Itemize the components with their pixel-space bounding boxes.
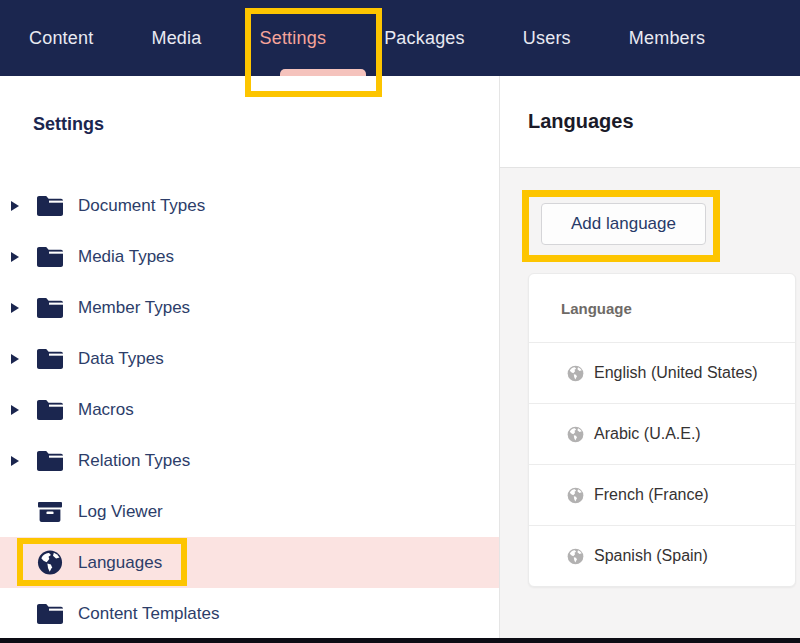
- sidebar-item-label: Data Types: [78, 349, 164, 369]
- sidebar-item-label: Media Types: [78, 247, 174, 267]
- languages-panel: Languages Add language Language English …: [500, 76, 800, 638]
- nav-tab-media[interactable]: Media: [151, 28, 201, 49]
- language-name: French (France): [594, 486, 709, 504]
- page-title: Languages: [528, 110, 634, 133]
- folder-icon: [37, 604, 63, 624]
- nav-tab-members[interactable]: Members: [629, 28, 705, 49]
- sidebar-item-media-types[interactable]: Media Types: [0, 231, 499, 282]
- sidebar-item-languages[interactable]: Languages: [0, 537, 499, 588]
- app-window: Content Media Settings Packages Users Me…: [0, 0, 800, 643]
- sidebar-item-label: Macros: [78, 400, 134, 420]
- nav-tab-packages[interactable]: Packages: [384, 28, 465, 49]
- table-row-english[interactable]: English (United States): [529, 342, 795, 403]
- languages-table: Language English (United States) Arabic …: [528, 273, 796, 587]
- folder-icon: [37, 451, 63, 471]
- language-name: English (United States): [594, 364, 758, 382]
- globe-icon: [567, 548, 584, 565]
- language-name: Arabic (U.A.E.): [594, 425, 701, 443]
- sidebar-item-label: Member Types: [78, 298, 190, 318]
- folder-icon: [37, 196, 63, 216]
- folder-icon: [37, 400, 63, 420]
- language-name: Spanish (Spain): [594, 547, 708, 565]
- globe-icon: [567, 426, 584, 443]
- sidebar-item-member-types[interactable]: Member Types: [0, 282, 499, 333]
- sidebar-item-content-templates[interactable]: Content Templates: [0, 588, 499, 639]
- nav-tab-settings[interactable]: Settings: [259, 28, 326, 49]
- folder-icon: [37, 247, 63, 267]
- expand-caret-icon[interactable]: [11, 303, 20, 313]
- folder-icon: [37, 298, 63, 318]
- table-column-header: Language: [529, 274, 795, 342]
- sidebar-item-document-types[interactable]: Document Types: [0, 180, 499, 231]
- screenshot-bottom-border: [0, 638, 800, 643]
- sidebar-item-log-viewer[interactable]: Log Viewer: [0, 486, 499, 537]
- globe-icon: [567, 487, 584, 504]
- add-language-button[interactable]: Add language: [541, 203, 706, 245]
- sidebar-item-label: Log Viewer: [78, 502, 163, 522]
- expand-caret-icon[interactable]: [11, 405, 20, 415]
- table-row-spanish[interactable]: Spanish (Spain): [529, 525, 795, 586]
- expand-caret-icon[interactable]: [11, 354, 20, 364]
- sidebar-item-relation-types[interactable]: Relation Types: [0, 435, 499, 486]
- settings-tree: Document Types Media Types Member Types: [0, 180, 499, 639]
- expand-caret-icon[interactable]: [11, 252, 20, 262]
- sidebar-item-macros[interactable]: Macros: [0, 384, 499, 435]
- box-icon: [37, 502, 63, 522]
- settings-sidebar: Settings Document Types Media Types: [0, 76, 500, 638]
- sidebar-item-label: Relation Types: [78, 451, 190, 471]
- top-navbar: Content Media Settings Packages Users Me…: [0, 0, 800, 76]
- table-row-arabic[interactable]: Arabic (U.A.E.): [529, 403, 795, 464]
- nav-tab-content[interactable]: Content: [29, 28, 93, 49]
- sidebar-heading: Settings: [33, 114, 499, 135]
- sidebar-item-label: Document Types: [78, 196, 205, 216]
- folder-icon: [37, 349, 63, 369]
- sidebar-item-label: Content Templates: [78, 604, 219, 624]
- active-tab-indicator: [280, 69, 366, 76]
- expand-caret-icon[interactable]: [11, 456, 20, 466]
- sidebar-item-data-types[interactable]: Data Types: [0, 333, 499, 384]
- sidebar-item-label: Languages: [78, 553, 162, 573]
- table-row-french[interactable]: French (France): [529, 464, 795, 525]
- globe-icon: [37, 549, 63, 576]
- globe-icon: [567, 365, 584, 382]
- expand-caret-icon[interactable]: [11, 201, 20, 211]
- nav-tab-users[interactable]: Users: [523, 28, 571, 49]
- panel-header: Languages: [500, 76, 800, 168]
